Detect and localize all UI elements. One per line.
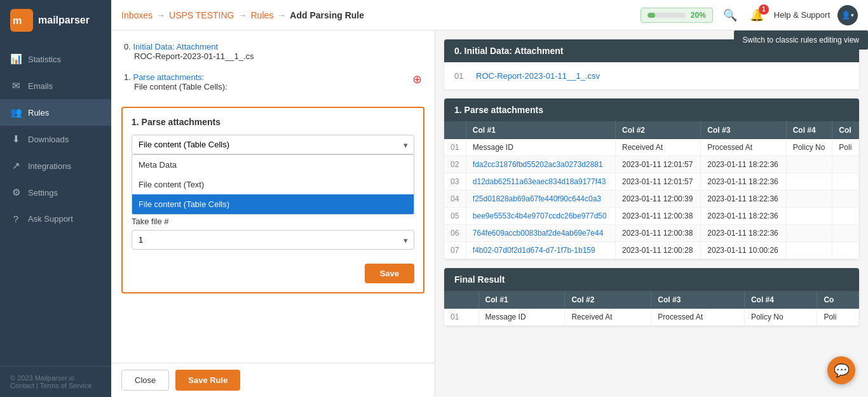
rule-steps: 0. Initial Data: Attachment ROC-Report-2… [111,30,435,107]
row-c4 [786,242,832,259]
sidebar-item-rules-label: Rules [28,108,49,118]
table-row: 03 d12dab62511a63eaec834d18a9177f43 2023… [444,173,859,191]
row-c3: 2023-01-11 18:22:36 [701,225,786,242]
sidebar-item-downloads[interactable]: ⬇ Downloads [0,126,111,152]
terms-link[interactable]: Terms of Service [40,382,92,389]
support-icon: ? [10,213,22,224]
save-button[interactable]: Save [365,264,414,283]
search-button[interactable]: 🔍 [721,6,740,25]
step-0: 0. Initial Data: Attachment ROC-Report-2… [121,38,424,65]
row-c2: 2023-01-11 12:00:28 [616,242,701,259]
row-c5 [832,191,859,208]
sidebar-footer: © 2023 Mailparser.io Contact | Terms of … [0,366,111,397]
breadcrumb-inboxes[interactable]: Inboxes [121,10,153,20]
select-wrap: Meta Data File content (Text) File conte… [132,135,414,154]
row-c5 [832,225,859,242]
topbar: Inboxes → USPS TESTING → Rules → Add Par… [111,0,868,30]
breadcrumb-sep3: → [277,10,286,20]
close-button[interactable]: Close [121,370,169,391]
row-c2: 2023-01-11 12:00:38 [616,208,701,225]
take-file-select[interactable]: 1 2 3 [132,230,414,250]
row-c2: 2023-01-11 12:00:39 [616,191,701,208]
col3-header: Col #3 [701,121,786,139]
svg-text:m: m [13,15,22,26]
row-c3: Processed At [651,309,745,326]
sidebar-item-settings[interactable]: ⚙ Settings [0,179,111,206]
final-result-box: Final Result Col #1 Col #2 Col #3 Col #4… [444,268,859,326]
row-c1: Message ID [466,139,615,156]
email-icon: ✉ [10,80,22,91]
table-row: 01 Message ID Received At Processed At P… [444,139,859,156]
sidebar-item-integrations[interactable]: ↗ Integrations [0,152,111,179]
sidebar-item-settings-label: Settings [28,188,58,198]
dropdown-item-filecontent-text[interactable]: File content (Text) [132,175,414,194]
parse-type-select[interactable]: Meta Data File content (Text) File conte… [132,135,414,154]
row-num: 03 [444,173,466,191]
section-0-content: 01 ROC-Report-2023-01-11__1_.csv [444,62,859,90]
left-scrollable: 0. Initial Data: Attachment ROC-Report-2… [111,30,435,363]
fr-col1-header: Col #1 [478,291,565,309]
fr-col5-header: Co [817,291,859,309]
row-c4 [786,208,832,225]
add-step-button[interactable]: ⊕ [412,72,422,86]
sidebar-item-rules[interactable]: 👥 Rules [0,99,111,126]
step-0-sub: ROC-Report-2023-01-11__1_.cs [134,51,254,61]
contact-link[interactable]: Contact [10,382,34,389]
step-0-label[interactable]: Initial Data: Attachment [133,42,218,51]
notification-button[interactable]: 🔔 1 [747,6,766,25]
content-area: 0. Initial Data: Attachment ROC-Report-2… [111,30,868,397]
support-fab-icon: 💬 [834,363,850,378]
breadcrumb-rules[interactable]: Rules [250,10,273,20]
user-avatar-button[interactable]: 👤 ▾ [837,5,858,25]
breadcrumb-inbox-name[interactable]: USPS TESTING [169,10,234,20]
collapse-handle[interactable]: ◀ [435,201,435,227]
col5-header: Col [832,121,859,139]
row-c1: 764fe609accb0083baf2de4ab69e7e44 [466,225,615,242]
section-1-header: 1. Parse attachments [444,98,859,121]
row-c5 [832,173,859,191]
logo: m mailparser [0,0,111,41]
take-file-label: Take file # [132,217,414,226]
sidebar-nav: 📊 Statistics ✉ Emails 👥 Rules ⬇ Download… [0,41,111,366]
progress-wrap: 20% [641,8,713,23]
classic-tooltip[interactable]: Switch to classic rules editing view [734,30,868,50]
step-1-label[interactable]: Parse attachments: [133,72,204,82]
sidebar-item-ask-support-label: Ask Support [28,214,73,224]
left-content: 0. Initial Data: Attachment ROC-Report-2… [111,30,435,397]
row-c2: 2023-01-11 12:01:57 [616,173,701,191]
col2-header: Col #2 [616,121,701,139]
row-num: 01 [444,139,466,156]
notification-badge: 1 [759,4,769,15]
col-num-header [444,121,466,139]
dropdown-menu: Meta Data File content (Text) File conte… [132,154,414,215]
row-c1: fda2cc31876fbd55202ac3a0273d2881 [466,156,615,173]
row-c1: d12dab62511a63eaec834d18a9177f43 [466,173,615,191]
sidebar-item-emails[interactable]: ✉ Emails [0,72,111,99]
sidebar-item-emails-label: Emails [28,81,53,91]
final-result-table: Col #1 Col #2 Col #3 Col #4 Co 01 Messag… [444,291,859,326]
step-0-num: 0. [124,42,133,51]
row-num: 06 [444,225,466,242]
row-c5 [832,208,859,225]
row-num: 05 [444,208,466,225]
row-c1: bee9e5553c4b4e9707ccdc26be977d50 [466,208,615,225]
row-c3: Processed At [701,139,786,156]
support-fab[interactable]: 💬 [827,356,855,384]
progress-label: 20% [691,11,706,20]
sidebar-item-statistics[interactable]: 📊 Statistics [0,46,111,72]
dropdown-item-filecontent-table[interactable]: File content (Table Cells) [132,194,414,214]
row-c1: Message ID [478,309,565,326]
rules-icon: 👥 [10,107,22,118]
sidebar-item-ask-support[interactable]: ? Ask Support [0,206,111,232]
row-c4 [786,191,832,208]
table-row: 07 f4b02-07d0f2d1d674-d7-1f7b-1b159 2023… [444,242,859,259]
fr-col3-header: Col #3 [651,291,745,309]
save-rule-button[interactable]: Save Rule [175,370,240,391]
attachment-num: 01 [454,71,470,81]
logo-icon: m [10,9,33,32]
fr-col-num-header [444,291,478,309]
row-c3: 2023-01-11 18:22:36 [701,191,786,208]
take-file-select-wrap: 1 2 3 ▾ [132,230,414,250]
dropdown-item-metadata[interactable]: Meta Data [132,155,414,175]
help-support-link[interactable]: Help & Support [774,10,830,20]
